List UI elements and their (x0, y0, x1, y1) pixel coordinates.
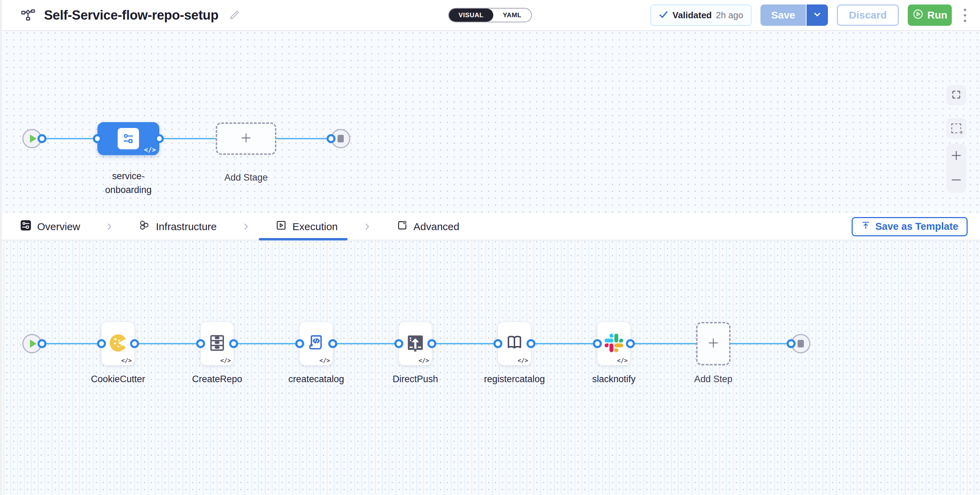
left-edge-strip (0, 0, 2, 495)
step-label: CookieCutter (70, 372, 166, 386)
cookiecutter-icon (108, 333, 128, 354)
port-start-out[interactable] (38, 134, 46, 143)
step-node-cookiecutter[interactable]: </> (102, 322, 135, 365)
page-title: Self-Service-flow-repo-setup (44, 8, 218, 23)
active-tab-underline (259, 238, 348, 240)
visual-yaml-toggle: VISUAL YAML (449, 8, 532, 22)
zoom-in-button[interactable] (951, 150, 962, 162)
chevron-right-icon (242, 222, 250, 231)
step-node-createrepo[interactable]: </> (200, 322, 234, 365)
stage-canvas[interactable]: </> service-onboarding Add Stage (0, 32, 980, 213)
validated-badge: Validated 2h ago (650, 5, 751, 26)
port[interactable] (130, 339, 139, 348)
plus-icon (706, 335, 721, 352)
tab-label: Infrastructure (156, 221, 217, 233)
code-badge: </> (319, 357, 330, 364)
port[interactable] (38, 339, 46, 348)
toggle-yaml[interactable]: YAML (493, 9, 531, 22)
save-options-caret[interactable] (807, 5, 828, 26)
code-script-icon (306, 333, 326, 354)
step-node-directpush[interactable]: </> (399, 322, 432, 365)
port[interactable] (787, 339, 795, 348)
overview-icon (20, 219, 32, 233)
drawer-cabinet-icon (207, 333, 227, 354)
advanced-icon (396, 219, 408, 233)
stop-icon (798, 340, 804, 347)
stage-type-icon (118, 128, 139, 149)
tab-execution[interactable]: Execution (275, 213, 338, 240)
port[interactable] (196, 339, 205, 348)
step-label: createcatalog (268, 372, 364, 386)
stage-node-service-onboarding[interactable]: </> (97, 122, 159, 155)
start-play-icon (30, 135, 37, 143)
execution-canvas[interactable]: </> </> </> (0, 240, 980, 495)
save-as-template-button[interactable]: Save as Template (852, 217, 967, 236)
upload-window-icon (405, 333, 425, 354)
port[interactable] (295, 339, 304, 348)
port[interactable] (229, 339, 238, 348)
port-stage-in[interactable] (93, 134, 102, 143)
code-badge: </> (144, 146, 156, 154)
pipeline-header: Self-Service-flow-repo-setup VISUAL YAML… (0, 0, 980, 31)
code-badge: </> (121, 357, 132, 364)
plus-icon (239, 130, 254, 147)
start-play-icon (30, 340, 37, 348)
stop-icon (337, 135, 344, 143)
add-stage-label: Add Stage (216, 171, 276, 184)
stage-edge (42, 138, 331, 139)
chevron-right-icon (105, 222, 114, 231)
tab-label: Execution (293, 221, 338, 233)
toggle-visual[interactable]: VISUAL (449, 9, 493, 22)
port[interactable] (593, 339, 602, 348)
port[interactable] (427, 339, 436, 348)
stage-tabbar: Overview Infrastructure Execution (0, 213, 980, 240)
fit-to-screen-button[interactable] (946, 85, 966, 105)
port-end-in[interactable] (326, 134, 336, 143)
discard-button[interactable]: Discard (837, 5, 899, 26)
marquee-icon (951, 124, 961, 133)
run-label: Run (928, 9, 947, 21)
port[interactable] (626, 339, 635, 348)
step-label: registercatalog (466, 372, 563, 386)
marquee-select-button[interactable] (946, 118, 966, 138)
save-as-template-label: Save as Template (875, 221, 958, 232)
validated-time: 2h ago (716, 10, 743, 21)
port[interactable] (527, 339, 535, 348)
step-node-createcatalog[interactable]: </> (300, 322, 333, 365)
tab-label: Overview (37, 221, 80, 233)
check-icon (659, 10, 668, 21)
save-button[interactable]: Save (760, 5, 807, 26)
open-book-icon (504, 333, 524, 354)
port[interactable] (493, 339, 503, 348)
step-node-registercatalog[interactable]: </> (498, 322, 531, 365)
chevron-right-icon (363, 222, 372, 231)
upload-icon (861, 221, 870, 233)
validated-label: Validated (672, 10, 711, 21)
save-split-button: Save (760, 5, 828, 26)
step-node-slacknotify[interactable]: </> (597, 322, 630, 365)
execution-icon (275, 219, 287, 233)
add-stage-button[interactable] (216, 122, 276, 155)
code-badge: </> (418, 357, 429, 364)
step-label: DirectPush (367, 372, 463, 386)
zoom-control (946, 144, 966, 193)
tab-overview[interactable]: Overview (20, 213, 80, 240)
port[interactable] (395, 339, 403, 348)
tab-infrastructure[interactable]: Infrastructure (139, 213, 217, 240)
tab-advanced[interactable]: Advanced (396, 213, 460, 240)
code-badge: </> (617, 357, 628, 364)
zoom-out-button[interactable] (951, 175, 962, 187)
more-options-kebab[interactable] (961, 9, 969, 22)
port-stage-out[interactable] (155, 134, 164, 143)
fullscreen-icon (951, 89, 961, 101)
code-badge: </> (220, 357, 231, 364)
stage-label: service-onboarding (94, 169, 163, 197)
slack-icon (605, 334, 623, 354)
port[interactable] (328, 339, 337, 348)
add-step-button[interactable] (696, 322, 730, 365)
edit-pencil-icon[interactable] (229, 10, 240, 21)
port[interactable] (97, 339, 106, 348)
step-label: CreateRepo (169, 372, 265, 386)
infrastructure-icon (139, 219, 150, 233)
run-button[interactable]: Run (908, 5, 952, 26)
